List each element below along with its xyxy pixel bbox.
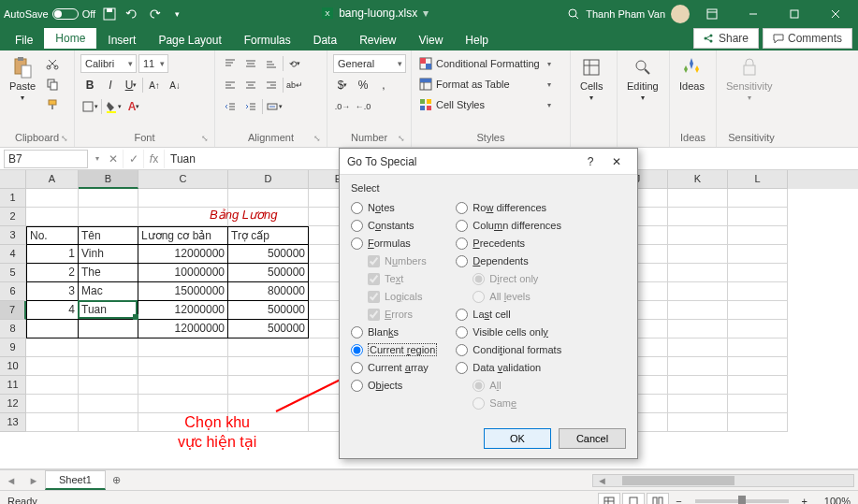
cell[interactable] [26,395,79,413]
col-header-D[interactable]: D [228,170,309,189]
sheet-nav-prev-icon[interactable]: ◄ [0,475,22,486]
tab-help[interactable]: Help [454,30,500,50]
cell[interactable]: Mac [79,282,138,301]
opt-objects[interactable]: Objects [351,377,437,394]
cell[interactable] [668,413,728,432]
increase-decimal-icon[interactable]: .0→ [333,97,352,116]
row-header-3[interactable]: 3 [0,226,26,245]
row-header-8[interactable]: 8 [0,320,26,338]
cell[interactable]: 15000000 [138,282,228,301]
page-layout-view-icon[interactable] [622,493,645,505]
add-sheet-icon[interactable]: ⊕ [106,474,128,486]
row-header-10[interactable]: 10 [0,357,26,376]
cell[interactable]: The [79,264,138,282]
cell-styles-button[interactable]: Cell Styles [417,95,553,114]
cell[interactable] [668,395,728,413]
opt-current-array[interactable]: Current array [351,359,437,376]
cell[interactable]: 500000 [228,320,309,338]
row-header-9[interactable]: 9 [0,338,26,357]
font-size-combo[interactable]: 11 [138,54,168,73]
comma-format-icon[interactable]: , [374,76,393,94]
cancel-formula-icon[interactable]: ✕ [103,150,124,168]
cells-button[interactable]: Cells▾ [576,54,606,104]
cell[interactable] [728,282,788,301]
increase-indent-icon[interactable] [241,97,260,116]
cell[interactable] [728,357,788,376]
ribbon-display-icon[interactable] [693,0,731,28]
decrease-decimal-icon[interactable]: ←.0 [354,97,372,116]
align-bottom-icon[interactable] [262,54,281,73]
cell[interactable] [728,395,788,413]
page-break-view-icon[interactable] [647,493,669,505]
row-header-1[interactable]: 1 [0,189,26,208]
cell[interactable]: 500000 [228,245,309,264]
row-header-6[interactable]: 6 [0,282,26,301]
cell[interactable]: 4 [26,301,79,320]
sheet-tab-sheet1[interactable]: Sheet1 [45,470,106,490]
sheet-nav-next-icon[interactable]: ► [22,475,45,486]
qat-customize-icon[interactable]: ▾ [168,6,185,22]
col-header-K[interactable]: K [668,170,728,189]
tab-data[interactable]: Data [302,30,348,50]
zoom-out-icon[interactable]: − [670,496,687,505]
cell[interactable] [26,357,79,376]
save-icon[interactable] [101,6,118,22]
row-header-7[interactable]: 7 [0,301,26,320]
col-header-A[interactable]: A [26,170,79,189]
tab-view[interactable]: View [408,30,455,50]
tab-insert[interactable]: Insert [96,30,147,50]
row-header-2[interactable]: 2 [0,208,26,226]
cell[interactable]: Vinh [79,245,138,264]
tab-home[interactable]: Home [44,28,96,50]
opt-row-differences[interactable]: Row differences [456,199,561,216]
cell[interactable] [668,208,728,226]
zoom-in-icon[interactable]: + [796,496,813,505]
cell[interactable] [668,245,728,264]
dialog-close-icon[interactable]: ✕ [604,155,630,168]
clipboard-launcher-icon[interactable]: ⤡ [61,134,68,143]
cell[interactable] [728,264,788,282]
row-header-11[interactable]: 11 [0,376,26,395]
col-header-B[interactable]: B [79,170,138,189]
tab-review[interactable]: Review [348,30,407,50]
redo-icon[interactable] [146,6,163,22]
share-button[interactable]: Share [693,28,759,49]
close-icon[interactable] [817,0,854,28]
row-header-4[interactable]: 4 [0,245,26,264]
font-color-icon[interactable]: A▾ [124,97,143,116]
accounting-format-icon[interactable]: $▾ [333,76,352,94]
zoom-slider[interactable] [695,499,789,503]
cell[interactable]: 10000000 [138,264,228,282]
cell[interactable] [728,301,788,320]
orientation-icon[interactable]: ⟲▾ [285,54,304,73]
number-launcher-icon[interactable]: ⤡ [398,134,405,143]
opt-current-region[interactable]: Current region [351,341,437,358]
align-right-icon[interactable] [262,76,281,94]
cell[interactable]: Tên [79,226,138,245]
cell[interactable]: Trợ cấp [228,226,309,245]
paste-button[interactable]: Paste▾ [6,54,39,104]
cell[interactable] [668,338,728,357]
align-middle-icon[interactable] [241,54,260,73]
font-launcher-icon[interactable]: ⤡ [201,134,209,143]
cell[interactable] [668,376,728,395]
dialog-titlebar[interactable]: Go To Special ? ✕ [340,149,637,175]
normal-view-icon[interactable] [598,493,620,505]
cell[interactable]: 500000 [228,301,309,320]
opt-data-validation[interactable]: Data validation [456,359,561,376]
cell[interactable]: 800000 [228,282,309,301]
cell[interactable] [228,357,309,376]
row-header-5[interactable]: 5 [0,264,26,282]
increase-font-icon[interactable]: A↑ [145,76,164,94]
percent-format-icon[interactable]: % [354,76,372,94]
cell[interactable] [668,357,728,376]
opt-blanks[interactable]: Blanks [351,324,437,340]
cell[interactable]: No. [26,226,79,245]
minimize-icon[interactable] [734,0,772,28]
cell[interactable]: 12000000 [138,301,228,320]
col-header-L[interactable]: L [728,170,788,189]
opt-formulas[interactable]: Formulas [351,235,437,252]
cell[interactable] [26,320,79,338]
opt-notes[interactable]: Notes [351,199,437,216]
tab-formulas[interactable]: Formulas [233,30,302,50]
